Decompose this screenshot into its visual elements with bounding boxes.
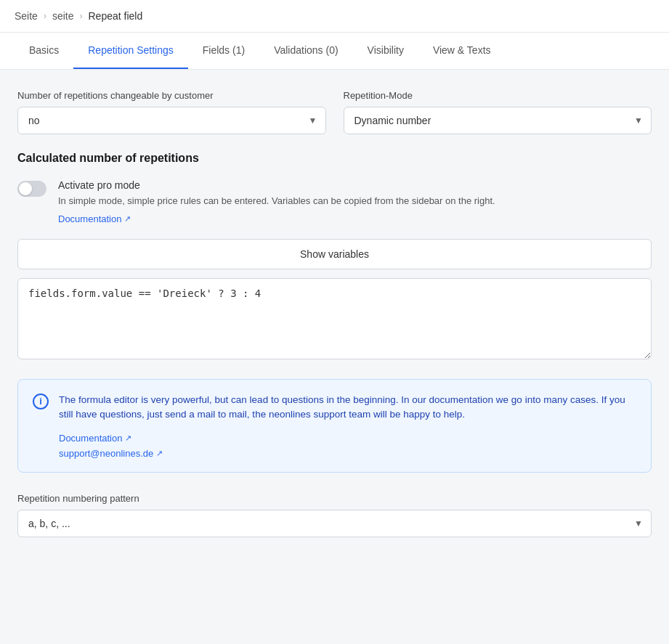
info-icon: i — [33, 394, 49, 409]
info-text: The formula editor is very powerful, but… — [59, 393, 636, 423]
pro-mode-toggle[interactable] — [17, 181, 46, 197]
tab-basics[interactable]: Basics — [15, 33, 73, 69]
calculated-heading: Calculated number of repetitions — [17, 152, 652, 165]
changeable-label: Number of repetitions changeable by cust… — [17, 90, 326, 101]
breadcrumb-item-3: Repeat field — [89, 10, 143, 22]
info-documentation-link[interactable]: Documentation ↗ — [59, 433, 636, 444]
info-support-ext-icon: ↗ — [156, 449, 163, 458]
changeable-select[interactable]: no yes — [17, 107, 326, 134]
breadcrumb-item-2[interactable]: seite — [52, 10, 74, 22]
mode-select-wrapper: Dynamic number Fixed number Manual ▼ — [344, 107, 652, 134]
changeable-select-wrapper: no yes ▼ — [17, 107, 326, 134]
breadcrumb-item-1[interactable]: Seite — [15, 10, 38, 22]
numbering-section: Repetition numbering pattern a, b, c, ..… — [17, 493, 652, 537]
tab-visibility[interactable]: Visibility — [353, 33, 418, 69]
breadcrumb-separator-1: › — [44, 11, 46, 21]
info-links: Documentation ↗ support@neonlines.de ↗ — [59, 433, 636, 459]
mode-select[interactable]: Dynamic number Fixed number Manual — [344, 107, 652, 134]
info-doc-ext-icon: ↗ — [125, 433, 131, 443]
mode-group: Repetition-Mode Dynamic number Fixed num… — [344, 90, 652, 134]
toggle-description: In simple mode, simple price rules can b… — [58, 194, 652, 208]
doc-link-label: Documentation — [58, 213, 121, 224]
changeable-group: Number of repetitions changeable by cust… — [17, 90, 326, 134]
external-link-icon: ↗ — [124, 214, 131, 224]
formula-textarea[interactable]: fields.form.value == 'Dreieck' ? 3 : 4 — [17, 278, 652, 359]
toggle-label-group: Activate pro mode In simple mode, simple… — [58, 179, 652, 224]
info-support-label: support@neonlines.de — [59, 448, 153, 459]
pro-mode-row: Activate pro mode In simple mode, simple… — [17, 179, 652, 224]
top-form-row: Number of repetitions changeable by cust… — [17, 90, 652, 134]
main-content: Number of repetitions changeable by cust… — [0, 70, 669, 558]
show-variables-button[interactable]: Show variables — [17, 239, 652, 269]
toggle-title: Activate pro mode — [58, 179, 652, 191]
tab-view-texts[interactable]: View & Texts — [418, 33, 506, 69]
breadcrumb-separator-2: › — [80, 11, 83, 21]
info-content: The formula editor is very powerful, but… — [59, 393, 636, 460]
numbering-select[interactable]: a, b, c, ... 1, 2, 3, ... i, ii, iii, ..… — [17, 510, 652, 537]
tab-fields[interactable]: Fields (1) — [188, 33, 259, 69]
numbering-select-wrapper: a, b, c, ... 1, 2, 3, ... i, ii, iii, ..… — [17, 510, 652, 537]
tab-repetition-settings[interactable]: Repetition Settings — [73, 33, 188, 69]
mode-label: Repetition-Mode — [344, 90, 652, 101]
tabs-bar: Basics Repetition Settings Fields (1) Va… — [0, 33, 669, 70]
toggle-track — [17, 181, 46, 197]
info-box: i The formula editor is very powerful, b… — [17, 379, 652, 473]
info-support-link[interactable]: support@neonlines.de ↗ — [59, 448, 636, 459]
info-doc-link-label: Documentation — [59, 433, 122, 444]
breadcrumb: Seite › seite › Repeat field — [0, 0, 669, 33]
numbering-label: Repetition numbering pattern — [17, 493, 652, 504]
documentation-link[interactable]: Documentation ↗ — [58, 213, 131, 224]
tab-validations[interactable]: Validations (0) — [259, 33, 352, 69]
